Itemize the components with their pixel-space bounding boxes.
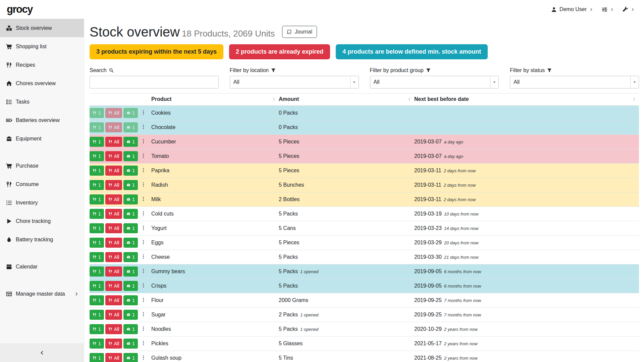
open-one-button[interactable]: 1 [123, 166, 138, 176]
consume-all-button[interactable]: All [105, 252, 122, 262]
sidebar-item-tasks[interactable]: Tasks [0, 93, 84, 111]
consume-one-button[interactable]: 1 [90, 281, 104, 291]
consume-one-button[interactable]: 1 [90, 122, 104, 132]
consume-one-button[interactable]: 1 [90, 324, 104, 334]
sidebar-item-chores-overview[interactable]: Chores overview [0, 74, 84, 93]
consume-all-button[interactable]: All [105, 166, 122, 176]
row-menu-button[interactable] [139, 167, 148, 174]
open-one-button[interactable]: 1 [123, 151, 138, 161]
row-menu-button[interactable] [139, 210, 148, 218]
consume-all-button[interactable]: All [105, 194, 122, 204]
column-header-product[interactable]: Product [151, 94, 279, 106]
consume-one-button[interactable]: 1 [90, 339, 104, 349]
sidebar-item-calendar[interactable]: Calendar [0, 257, 84, 276]
consume-all-button[interactable]: All [105, 122, 122, 132]
consume-one-button[interactable]: 1 [90, 252, 104, 262]
open-one-button[interactable]: 1 [123, 295, 138, 305]
row-menu-button[interactable] [139, 297, 148, 304]
open-one-button[interactable]: 1 [123, 310, 138, 320]
sidebar-item-purchase[interactable]: Purchase [0, 157, 84, 175]
consume-one-button[interactable]: 1 [90, 137, 104, 147]
consume-one-button[interactable]: 1 [90, 353, 104, 362]
consume-one-button[interactable]: 1 [90, 223, 104, 233]
consume-all-button[interactable]: All [105, 295, 122, 305]
consume-one-button[interactable]: 1 [90, 238, 104, 248]
app-logo[interactable]: grocy [7, 3, 33, 15]
sidebar-item-consume[interactable]: Consume [0, 175, 84, 193]
column-header-best-before[interactable]: Next best before date [414, 94, 639, 106]
consume-all-button[interactable]: All [105, 223, 122, 233]
open-one-button[interactable]: 1 [123, 339, 138, 349]
consume-all-button[interactable]: All [105, 238, 122, 248]
open-one-button[interactable]: 1 [123, 353, 138, 362]
sidebar-item-recipes[interactable]: Recipes [0, 56, 84, 74]
consume-all-button[interactable]: All [105, 209, 122, 219]
row-menu-button[interactable] [139, 340, 148, 347]
open-one-button[interactable]: 1 [123, 209, 138, 219]
consume-one-button[interactable]: 1 [90, 166, 104, 176]
open-one-button[interactable]: 1 [123, 194, 138, 204]
open-one-button[interactable]: 1 [123, 281, 138, 291]
consume-all-button[interactable]: All [105, 137, 122, 147]
consume-one-button[interactable]: 1 [90, 295, 104, 305]
sidebar-item-chore-tracking[interactable]: Chore tracking [0, 212, 84, 230]
open-one-button[interactable]: 1 [123, 223, 138, 233]
open-one-button[interactable]: 1 [123, 122, 138, 132]
consume-all-button[interactable]: All [105, 266, 122, 277]
open-one-button[interactable]: 1 [123, 252, 138, 262]
row-menu-button[interactable] [139, 138, 148, 145]
journal-button[interactable]: Journal [282, 26, 317, 38]
sidebar-item-batteries-overview[interactable]: Batteries overview [0, 111, 84, 129]
consume-one-button[interactable]: 1 [90, 194, 104, 204]
sidebar-item-inventory[interactable]: Inventory [0, 193, 84, 212]
column-header-amount[interactable]: Amount [279, 94, 414, 106]
row-menu-button[interactable] [139, 354, 148, 362]
open-one-button[interactable]: 1 [123, 137, 138, 147]
consume-one-button[interactable]: 1 [90, 310, 104, 320]
sidebar-item-manage-master-data[interactable]: Manage master data [0, 285, 84, 303]
badge-expired[interactable]: 2 products are already expired [229, 44, 330, 59]
consume-all-button[interactable]: All [105, 310, 122, 320]
consume-all-button[interactable]: All [105, 353, 122, 362]
row-menu-button[interactable] [139, 196, 148, 203]
row-menu-button[interactable] [139, 109, 148, 117]
row-menu-button[interactable] [139, 124, 148, 131]
consume-all-button[interactable]: All [105, 180, 122, 190]
open-one-button[interactable]: 1 [123, 324, 138, 334]
row-menu-button[interactable] [139, 268, 148, 275]
consume-one-button[interactable]: 1 [90, 108, 104, 118]
sidebar-collapse-button[interactable] [0, 343, 84, 362]
row-menu-button[interactable] [139, 282, 148, 290]
open-one-button[interactable]: 1 [123, 238, 138, 248]
consume-one-button[interactable]: 1 [90, 266, 104, 277]
row-menu-button[interactable] [139, 325, 148, 333]
consume-one-button[interactable]: 1 [90, 180, 104, 190]
product-group-filter-select[interactable]: All [370, 76, 499, 88]
sidebar-item-equipment[interactable]: Equipment [0, 129, 84, 148]
consume-all-button[interactable]: All [105, 339, 122, 349]
open-one-button[interactable]: 1 [123, 266, 138, 277]
search-input[interactable] [90, 76, 219, 88]
badge-below-min-stock[interactable]: 4 products are below defined min. stock … [336, 44, 488, 59]
sidebar-item-battery-tracking[interactable]: Battery tracking [0, 230, 84, 249]
open-one-button[interactable]: 1 [123, 180, 138, 190]
row-menu-button[interactable] [139, 153, 148, 160]
consume-one-button[interactable]: 1 [90, 209, 104, 219]
status-filter-select[interactable]: All [510, 76, 639, 88]
sidebar-item-stock-overview[interactable]: Stock overview [0, 19, 84, 37]
row-menu-button[interactable] [139, 181, 148, 189]
badge-expiring[interactable]: 3 products expiring within the next 5 da… [90, 44, 223, 59]
row-menu-button[interactable] [139, 225, 148, 232]
consume-one-button[interactable]: 1 [90, 151, 104, 161]
row-menu-button[interactable] [139, 311, 148, 318]
consume-all-button[interactable]: All [105, 151, 122, 161]
user-menu[interactable]: Demo User [551, 6, 593, 12]
location-filter-select[interactable]: All [230, 76, 359, 88]
row-menu-button[interactable] [139, 253, 148, 261]
settings-menu[interactable] [602, 7, 614, 12]
sidebar-item-shopping-list[interactable]: Shopping list [0, 37, 84, 56]
consume-all-button[interactable]: All [105, 281, 122, 291]
open-one-button[interactable]: 1 [123, 108, 138, 118]
consume-all-button[interactable]: All [105, 108, 122, 118]
row-menu-button[interactable] [139, 239, 148, 246]
